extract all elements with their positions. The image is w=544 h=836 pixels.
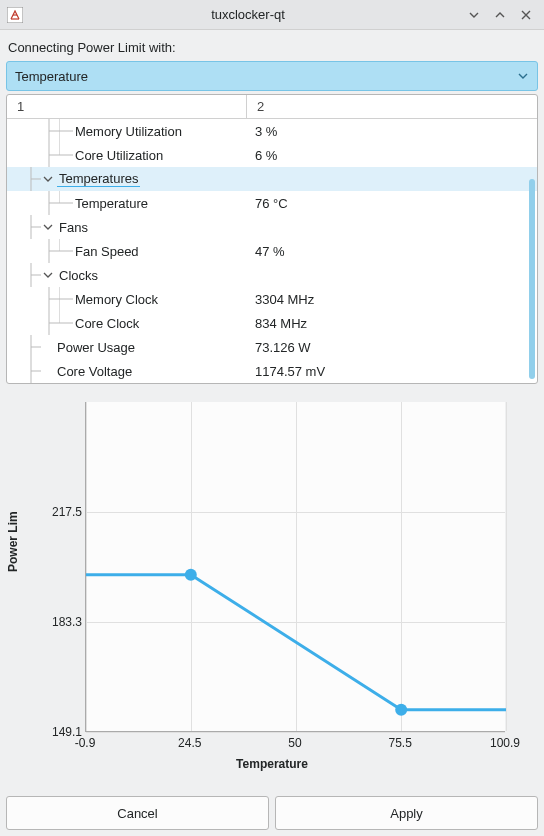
tree-row-memory-clock[interactable]: Memory Clock 3304 MHz: [7, 287, 537, 311]
sensor-tree-panel: 1 2 Memory Utilization 3 %: [6, 94, 538, 384]
tree-row-fans[interactable]: Fans: [7, 215, 537, 239]
app-icon: [6, 6, 24, 24]
tree-row-fan-speed[interactable]: Fan Speed 47 %: [7, 239, 537, 263]
tree-label: Fans: [57, 220, 90, 235]
tree-value: 3304 MHz: [247, 292, 537, 307]
chevron-down-icon: [517, 70, 529, 82]
maximize-icon[interactable]: [492, 7, 508, 23]
cancel-button-label: Cancel: [117, 806, 157, 821]
tree-value: 76 °C: [247, 196, 537, 211]
tree-value: 1174.57 mV: [247, 364, 537, 379]
chart-ylabel: Power Lim: [6, 511, 20, 572]
tree-value: 834 MHz: [247, 316, 537, 331]
tree-header: 1 2: [7, 95, 537, 119]
tree-value: 73.126 W: [247, 340, 537, 355]
chevron-down-icon: [41, 268, 55, 282]
title-bar: tuxclocker-qt: [0, 0, 544, 30]
tree-label: Power Usage: [55, 340, 137, 355]
tree-label: Temperatures: [57, 171, 140, 187]
tree-label: Core Voltage: [55, 364, 134, 379]
tree-row-clocks[interactable]: Clocks: [7, 263, 537, 287]
window-title: tuxclocker-qt: [30, 7, 466, 22]
tree-row-memory-utilization[interactable]: Memory Utilization 3 %: [7, 119, 537, 143]
chart-line: [86, 575, 506, 710]
chart-xtick: -0.9: [75, 736, 96, 750]
tree-label: Temperature: [73, 196, 150, 211]
tree-row-core-utilization[interactable]: Core Utilization 6 %: [7, 143, 537, 167]
chart-control-point[interactable]: [395, 704, 407, 716]
tree-header-col2[interactable]: 2: [247, 95, 537, 118]
tree-label: Memory Utilization: [73, 124, 184, 139]
connecting-label: Connecting Power Limit with:: [6, 36, 538, 61]
chart-xtick: 50: [288, 736, 301, 750]
apply-button[interactable]: Apply: [275, 796, 538, 830]
chart-area: Power Lim 149.1183.3217.5 -0.924.55075.5…: [0, 392, 544, 788]
tree-row-temperatures[interactable]: Temperatures: [7, 167, 537, 191]
minimize-icon[interactable]: [466, 7, 482, 23]
tree-row-temperature[interactable]: Temperature 76 °C: [7, 191, 537, 215]
tree-label: Core Clock: [73, 316, 141, 331]
chart-control-point[interactable]: [185, 569, 197, 581]
chevron-down-icon: [41, 172, 55, 186]
tree-row-core-clock[interactable]: Core Clock 834 MHz: [7, 311, 537, 335]
chevron-down-icon: [41, 220, 55, 234]
chart-plot[interactable]: [85, 402, 505, 732]
tree-value: 47 %: [247, 244, 537, 259]
tree-label: Core Utilization: [73, 148, 165, 163]
source-combo[interactable]: Temperature: [6, 61, 538, 91]
cancel-button[interactable]: Cancel: [6, 796, 269, 830]
chart-xtick: 24.5: [178, 736, 201, 750]
tree-row-core-voltage[interactable]: Core Voltage 1174.57 mV: [7, 359, 537, 383]
tree-label: Fan Speed: [73, 244, 141, 259]
chart-xlabel: Temperature: [0, 757, 544, 771]
tree-value: 3 %: [247, 124, 537, 139]
tree-label: Memory Clock: [73, 292, 160, 307]
tree-value: 6 %: [247, 148, 537, 163]
chart-xtick: 75.5: [389, 736, 412, 750]
apply-button-label: Apply: [390, 806, 423, 821]
combo-selected-text: Temperature: [15, 69, 517, 84]
close-icon[interactable]: [518, 7, 534, 23]
scrollbar[interactable]: [529, 179, 535, 379]
chart-ytick: 217.5: [42, 505, 82, 519]
tree-row-power-usage[interactable]: Power Usage 73.126 W: [7, 335, 537, 359]
tree-label: Clocks: [57, 268, 100, 283]
tree-header-col1[interactable]: 1: [7, 95, 247, 118]
chart-xtick: 100.9: [490, 736, 520, 750]
chart-ytick: 183.3: [42, 615, 82, 629]
